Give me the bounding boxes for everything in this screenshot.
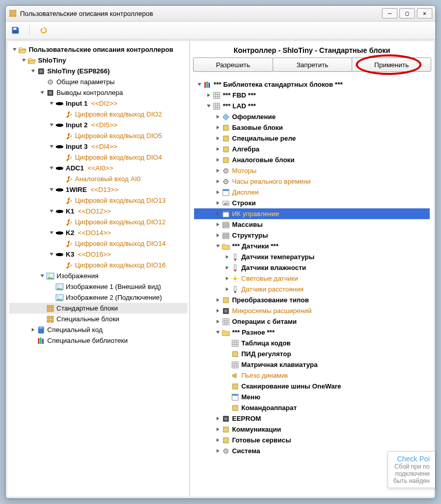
rt-base[interactable]: Базовые блоки <box>194 122 430 133</box>
rt-fbd[interactable]: *** FBD *** <box>194 90 430 101</box>
chevron-right-icon[interactable] <box>215 135 221 142</box>
rt-m-piezo[interactable]: Пьезо динамик <box>194 370 430 381</box>
chevron-right-icon[interactable] <box>215 189 221 196</box>
rt-ir[interactable]: ИК управление <box>194 208 430 219</box>
save-button[interactable] <box>10 25 21 36</box>
tree-images[interactable]: Изображения <box>9 270 187 281</box>
allow-button[interactable]: Разрешить <box>193 57 273 72</box>
rt-algebra[interactable]: Алгебра <box>194 144 430 154</box>
chevron-right-icon[interactable] <box>215 308 221 314</box>
refresh-button[interactable] <box>38 25 49 36</box>
rt-m-codes[interactable]: Таблица кодов <box>194 338 430 348</box>
tree-k3[interactable]: K3 <<DO16>> <box>9 249 187 260</box>
chevron-right-icon[interactable] <box>215 427 221 433</box>
tree-dio14[interactable]: Цифровой вход/выход DIO14 <box>9 238 187 249</box>
chevron-right-icon[interactable] <box>215 146 221 152</box>
rt-displays[interactable]: Дисплеи <box>194 187 430 198</box>
chevron-right-icon[interactable] <box>215 437 221 443</box>
rt-motors[interactable]: Моторы <box>194 165 430 176</box>
chevron-right-icon[interactable] <box>30 327 36 333</box>
tree-dio12[interactable]: Цифровой вход/выход DIO12 <box>9 217 187 227</box>
rt-rtc[interactable]: Часы реального времени <box>194 176 430 187</box>
chevron-down-icon[interactable] <box>30 68 36 74</box>
chevron-right-icon[interactable] <box>224 254 230 260</box>
rt-misc[interactable]: *** Разное *** <box>194 327 430 338</box>
rt-m-onewire[interactable]: Сканирование шины OneWare <box>194 381 430 392</box>
chevron-right-icon[interactable] <box>215 211 221 217</box>
tree-spec-code[interactable]: Специальный код <box>9 324 187 335</box>
rt-s-dist[interactable]: Датчики расстояния <box>194 284 430 295</box>
tree-shiotiny-esp[interactable]: ShIoTiny (ESP8266) <box>9 66 187 76</box>
rt-lad[interactable]: *** LAD *** <box>194 101 430 111</box>
right-tree-pane[interactable]: *** Библиотека стандартных блоков *** **… <box>190 75 434 497</box>
minimize-button[interactable]: — <box>382 8 397 18</box>
chevron-down-icon[interactable] <box>39 273 45 279</box>
chevron-right-icon[interactable] <box>215 157 221 163</box>
chevron-down-icon[interactable] <box>48 187 54 193</box>
rt-arrays[interactable]: Массивы <box>194 219 430 230</box>
tree-ai0[interactable]: Аналоговый вход AI0 <box>9 173 187 184</box>
chevron-right-icon[interactable] <box>205 92 212 99</box>
rt-m-matrix[interactable]: Матричная клавиатура <box>194 359 430 370</box>
tree-adc1[interactable]: ADC1 <<AI0>> <box>9 163 187 173</box>
chevron-right-icon[interactable] <box>215 232 221 239</box>
chevron-down-icon[interactable] <box>48 144 54 150</box>
chevron-right-icon[interactable] <box>215 114 221 120</box>
chevron-down-icon[interactable] <box>48 122 54 128</box>
chevron-right-icon[interactable] <box>224 265 230 271</box>
chevron-right-icon[interactable] <box>215 297 221 303</box>
rt-analog[interactable]: Аналоговые блоки <box>194 154 430 165</box>
tree-dio16[interactable]: Цифровой вход/выход DIO16 <box>9 260 187 270</box>
rt-cast[interactable]: Преобразование типов <box>194 295 430 305</box>
tree-k1[interactable]: K1 <<DO12>> <box>9 206 187 217</box>
rt-m-menu[interactable]: Меню <box>194 392 430 402</box>
chevron-right-icon[interactable] <box>215 200 221 206</box>
tree-input2[interactable]: Input 2 <<DI5>> <box>9 120 187 130</box>
rt-eeprom[interactable]: EEPROM <box>194 413 430 424</box>
rt-strings[interactable]: Строки <box>194 198 430 208</box>
chevron-down-icon[interactable] <box>48 208 54 215</box>
close-button[interactable]: ✕ <box>417 8 432 18</box>
tree-img1[interactable]: Изображение 1 (Внешний вид) <box>9 281 187 292</box>
tree-shiotiny[interactable]: ShIoTiny <box>9 55 187 66</box>
deny-button[interactable]: Запретить <box>273 57 353 72</box>
chevron-down-icon[interactable] <box>11 47 17 53</box>
rt-chips[interactable]: Микросхемы расширений <box>194 305 430 316</box>
rt-structs[interactable]: Структуры <box>194 230 430 241</box>
titlebar[interactable]: Пользовательские описания контроллеров —… <box>6 6 435 22</box>
apply-button[interactable]: Применить <box>352 57 431 72</box>
chevron-right-icon[interactable] <box>215 125 221 131</box>
tree-dio2[interactable]: Цифровой вход/выход DIO2 <box>9 109 187 120</box>
rt-library[interactable]: *** Библиотека стандартных блоков *** <box>194 79 430 90</box>
chevron-down-icon[interactable] <box>21 57 27 64</box>
tree-general[interactable]: Общие параметры <box>9 76 187 87</box>
tree-input1[interactable]: Input 1 <<DI2>> <box>9 98 187 109</box>
tree-input3[interactable]: Input 3 <<DI4>> <box>9 141 187 152</box>
tree-dio4[interactable]: Цифровой вход/выход DIO4 <box>9 152 187 163</box>
chevron-right-icon[interactable] <box>215 319 221 325</box>
tree-root[interactable]: Пользовательские описания контроллеров <box>9 44 187 55</box>
tree-pins[interactable]: Выводы контроллера <box>9 87 187 98</box>
tree-dio13[interactable]: Цифровой вход/выход DIO13 <box>9 195 187 206</box>
rt-s-hum[interactable]: Датчики влажности <box>194 262 430 273</box>
tree-img2[interactable]: Изображение 2 (Подключение) <box>9 292 187 303</box>
chevron-right-icon[interactable] <box>215 222 221 228</box>
tree-1wire[interactable]: 1WIRE <<D13>> <box>9 184 187 195</box>
chevron-right-icon[interactable] <box>215 168 221 174</box>
rt-services[interactable]: Готовые сервисы <box>194 435 430 445</box>
tree-spec-libs[interactable]: Специальные библиотеки <box>9 335 187 346</box>
chevron-down-icon[interactable] <box>48 165 54 171</box>
chevron-down-icon[interactable] <box>48 251 54 258</box>
chevron-down-icon[interactable] <box>196 82 202 88</box>
chevron-down-icon[interactable] <box>48 230 54 236</box>
tree-dio5[interactable]: Цифровой вход/выход DIO5 <box>9 130 187 141</box>
chevron-down-icon[interactable] <box>205 103 212 109</box>
rt-m-pid[interactable]: ПИД регулятор <box>194 348 430 359</box>
rt-s-light[interactable]: Световые датчики <box>194 273 430 284</box>
tree-std-blocks[interactable]: Стандартные блоки <box>9 303 187 314</box>
tree-k2[interactable]: K2 <<DO14>> <box>9 227 187 238</box>
rt-bits[interactable]: Операции с битами <box>194 316 430 327</box>
chevron-down-icon[interactable] <box>48 101 54 107</box>
chevron-down-icon[interactable] <box>215 243 221 249</box>
chevron-right-icon[interactable] <box>215 416 221 422</box>
